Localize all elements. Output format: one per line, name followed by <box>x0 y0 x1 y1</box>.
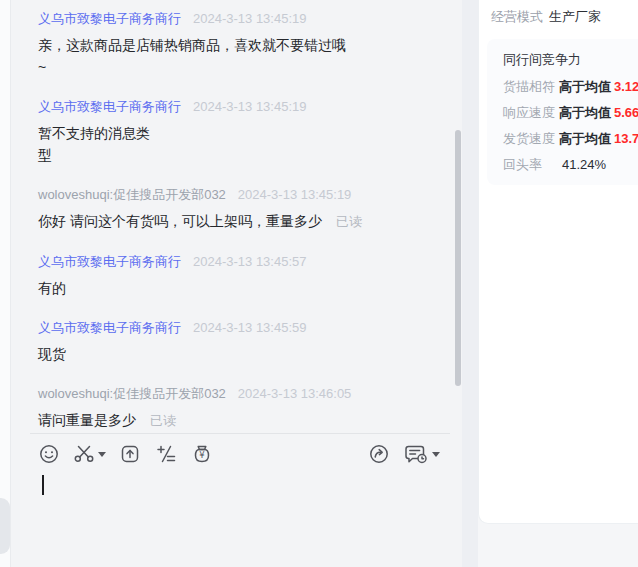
read-status-badge: 已读 <box>150 413 176 428</box>
svg-text:¥: ¥ <box>199 450 205 460</box>
info-panel: 经营模式生产厂家 同行间竞争力 货描相符 高于均值 3.12 响应速度 高于均值… <box>478 0 638 567</box>
image-upload-icon <box>119 443 141 465</box>
message-header: woloveshuqi:促佳搜品开发部0322024-3-13 13:45:19 <box>38 186 436 204</box>
message-header: 义乌市致黎电子商务商行2024-3-13 13:45:57 <box>38 253 436 271</box>
metric-label: 发货速度 <box>503 131 559 147</box>
screenshot-button[interactable] <box>73 443 106 465</box>
message-text: 你好 请问这个有货吗，可以上架吗，重量多少 <box>38 213 322 229</box>
metric-row: 回头率 41.24% <box>503 157 638 173</box>
metric-label: 回头率 <box>503 157 559 173</box>
chat-app-window: 义乌市致黎电子商务商行2024-3-13 13:45:19 亲，这款商品是店铺热… <box>0 0 638 567</box>
message-timestamp: 2024-3-13 13:46:05 <box>238 386 351 401</box>
metric-label: 货描相符 <box>503 79 559 95</box>
seller-name[interactable]: 义乌市致黎电子商务商行 <box>38 320 181 335</box>
message-text: 现货 <box>38 346 66 362</box>
metric-value: 13.7 <box>614 131 638 147</box>
image-upload-button[interactable] <box>119 443 141 465</box>
chat-message: 义乌市致黎电子商务商行2024-3-13 13:45:57 有的 <box>38 253 436 299</box>
message-body: 暂不支持的消息类 型 <box>38 122 436 166</box>
message-text: 有的 <box>38 280 66 296</box>
seller-name[interactable]: 义乌市致黎电子商务商行 <box>38 99 181 114</box>
metric-label: 响应速度 <box>503 105 559 121</box>
quick-phrase-button[interactable] <box>154 443 178 465</box>
transfer-icon <box>368 443 390 465</box>
metric-row: 响应速度 高于均值 5.66 <box>503 105 638 121</box>
chat-panel: 义乌市致黎电子商务商行2024-3-13 13:45:19 亲，这款商品是店铺热… <box>12 0 462 567</box>
chat-message: woloveshuqi:促佳搜品开发部0322024-3-13 13:45:19… <box>38 186 436 233</box>
metric-value: 41.24% <box>562 157 606 173</box>
metric-prefix: 高于均值 <box>559 131 611 147</box>
text-cursor <box>42 475 44 495</box>
message-timestamp: 2024-3-13 13:45:19 <box>238 187 351 202</box>
quick-phrase-icon <box>154 443 178 465</box>
metric-row: 发货速度 高于均值 13.7 <box>503 131 638 147</box>
message-timestamp: 2024-3-13 13:45:59 <box>193 320 306 335</box>
message-header: woloveshuqi:促佳搜品开发部0322024-3-13 13:46:05 <box>38 385 436 403</box>
message-header: 义乌市致黎电子商务商行2024-3-13 13:45:19 <box>38 98 436 116</box>
seller-name[interactable]: 义乌市致黎电子商务商行 <box>38 11 181 26</box>
metric-prefix: 高于均值 <box>559 79 611 95</box>
chat-message: 义乌市致黎电子商务商行2024-3-13 13:45:19 暂不支持的消息类 型 <box>38 98 436 166</box>
message-text: 暂不支持的消息类 型 <box>38 125 150 163</box>
composer-toolbar: ¥ <box>12 434 462 465</box>
metric-value: 3.12 <box>614 79 638 95</box>
chevron-down-icon <box>98 452 106 457</box>
chat-scrollbar-thumb[interactable] <box>455 130 461 386</box>
emoji-button[interactable] <box>38 443 60 465</box>
payment-button[interactable]: ¥ <box>191 443 213 465</box>
metric-row: 货描相符 高于均值 3.12 <box>503 79 638 95</box>
message-body: 有的 <box>38 277 436 299</box>
chat-message: 义乌市致黎电子商务商行2024-3-13 13:45:59 现货 <box>38 319 436 365</box>
info-card: 经营模式生产厂家 同行间竞争力 货描相符 高于均值 3.12 响应速度 高于均值… <box>478 0 638 524</box>
chat-history-button[interactable] <box>403 443 440 465</box>
left-edge-strip <box>0 0 11 567</box>
message-input[interactable] <box>12 465 462 495</box>
read-status-badge: 已读 <box>336 214 362 229</box>
chevron-down-icon <box>432 452 440 457</box>
buyer-name[interactable]: woloveshuqi:促佳搜品开发部032 <box>38 386 226 401</box>
payment-pouch-icon: ¥ <box>191 443 213 465</box>
message-body: 现货 <box>38 343 436 365</box>
message-body: 请问重量是多少已读 <box>38 409 436 432</box>
seller-name[interactable]: 义乌市致黎电子商务商行 <box>38 254 181 269</box>
message-header: 义乌市致黎电子商务商行2024-3-13 13:45:59 <box>38 319 436 337</box>
message-text: 请问重量是多少 <box>38 412 136 428</box>
screenshot-scissors-icon <box>73 443 95 465</box>
message-body: 亲，这款商品是店铺热销商品，喜欢就不要错过哦 ~ <box>38 34 436 78</box>
transfer-button[interactable] <box>368 443 390 465</box>
message-list: 义乌市致黎电子商务商行2024-3-13 13:45:19 亲，这款商品是店铺热… <box>12 0 462 432</box>
message-text: 亲，这款商品是店铺热销商品，喜欢就不要错过哦 ~ <box>38 37 346 75</box>
message-header: 义乌市致黎电子商务商行2024-3-13 13:45:19 <box>38 10 436 28</box>
metric-prefix: 高于均值 <box>559 105 611 121</box>
message-composer: ¥ <box>12 433 462 567</box>
chat-message: 义乌市致黎电子商务商行2024-3-13 13:45:19 亲，这款商品是店铺热… <box>38 10 436 78</box>
metric-value: 5.66 <box>614 105 638 121</box>
message-body: 你好 请问这个有货吗，可以上架吗，重量多少已读 <box>38 210 436 233</box>
business-mode-row: 经营模式生产厂家 <box>479 0 638 25</box>
buyer-name[interactable]: woloveshuqi:促佳搜品开发部032 <box>38 187 226 202</box>
left-partial-panel <box>0 498 10 554</box>
emoji-icon <box>38 443 60 465</box>
business-mode-label: 经营模式 <box>491 9 543 24</box>
business-mode-value: 生产厂家 <box>549 9 601 24</box>
panel-gutter <box>462 0 478 567</box>
message-timestamp: 2024-3-13 13:45:19 <box>193 11 306 26</box>
chat-history-icon <box>403 443 429 465</box>
message-timestamp: 2024-3-13 13:45:57 <box>193 254 306 269</box>
chat-message: woloveshuqi:促佳搜品开发部0322024-3-13 13:46:05… <box>38 385 436 432</box>
message-timestamp: 2024-3-13 13:45:19 <box>193 99 306 114</box>
competitiveness-card: 同行间竞争力 货描相符 高于均值 3.12 响应速度 高于均值 5.66 发货速… <box>487 39 638 185</box>
competitiveness-title: 同行间竞争力 <box>503 52 638 68</box>
